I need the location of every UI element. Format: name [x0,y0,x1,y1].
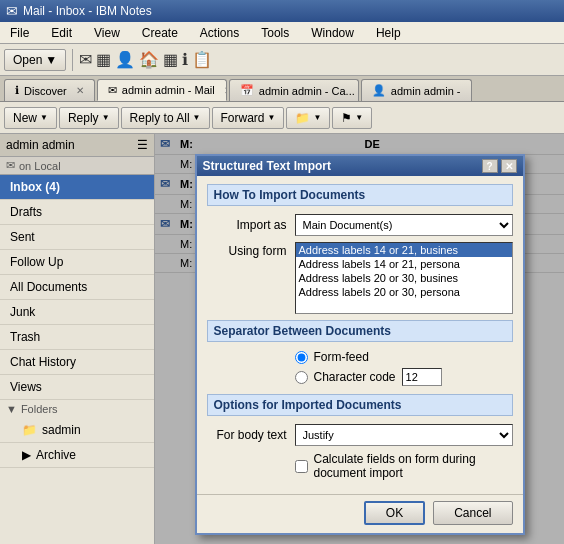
main-layout: admin admin ☰ ✉ on Local Inbox (4) Draft… [0,134,564,544]
reply-to-all-button[interactable]: Reply to All ▼ [121,107,210,129]
folders-collapse-icon: ▼ [6,403,17,415]
import-as-select[interactable]: Main Document(s) Response Document(s) [295,214,513,236]
open-button[interactable]: Open ▼ [4,49,66,71]
tab-discover[interactable]: ℹ Discover ✕ [4,79,95,101]
title-text: Mail - Inbox - IBM Notes [23,4,152,18]
tab-user-icon: 👤 [372,84,386,97]
menu-tools[interactable]: Tools [255,24,295,42]
import-as-label: Import as [207,218,287,232]
sidebar-item-inbox[interactable]: Inbox (4) [0,175,154,200]
reply-to-all-dropdown-icon: ▼ [193,113,201,122]
tab-discover-label: Discover [24,85,67,97]
body-text-control[interactable]: Left Center Right Justify Full [295,424,513,446]
tab-mail-label: admin admin - Mail [122,84,215,96]
forward-button[interactable]: Forward ▼ [212,107,285,129]
archive-label: Archive [36,448,76,462]
dialog-titlebar: Structured Text Import ? ✕ [197,156,523,176]
charcode-input[interactable] [402,368,442,386]
menu-actions[interactable]: Actions [194,24,245,42]
menu-edit[interactable]: Edit [45,24,78,42]
folder-button[interactable]: 📁 ▼ [286,107,330,129]
import-as-row: Import as Main Document(s) Response Docu… [207,214,513,236]
info-icon[interactable]: ℹ [182,50,188,69]
using-form-control: Address labels 14 or 21, busines Address… [295,242,513,314]
sidebar: admin admin ☰ ✉ on Local Inbox (4) Draft… [0,134,155,544]
dialog-controls: ? ✕ [482,159,517,173]
sidebar-section-folders[interactable]: ▼ Folders [0,400,154,418]
listbox-item[interactable]: Address labels 20 or 30, persona [296,285,512,299]
sidebar-item-archive[interactable]: ▶ Archive [0,443,154,468]
structured-text-import-dialog: Structured Text Import ? ✕ How To Import… [195,154,525,535]
listbox-item[interactable]: Address labels 20 or 30, busines [296,271,512,285]
clipboard-icon[interactable]: 📋 [192,50,212,69]
formfeed-radio-row: Form-feed [295,350,513,364]
folder-icon: 📁 [295,111,310,125]
ok-button[interactable]: OK [364,501,425,525]
body-text-label: For body text [207,428,287,442]
menu-create[interactable]: Create [136,24,184,42]
listbox-item[interactable]: Address labels 14 or 21, persona [296,257,512,271]
charcode-radio[interactable] [295,371,308,384]
folder-dropdown-icon: ▼ [313,113,321,122]
sidebar-item-alldocs[interactable]: All Documents [0,275,154,300]
sidebar-item-junk[interactable]: Junk [0,300,154,325]
dialog-close-button[interactable]: ✕ [501,159,517,173]
email-icon[interactable]: ✉ [79,50,92,69]
charcode-label: Character code [314,370,396,384]
sidebar-nav: Inbox (4) Drafts Sent Follow Up All Docu… [0,175,154,544]
tab-bar: ℹ Discover ✕ ✉ admin admin - Mail ✕ 📅 ad… [0,76,564,102]
home-icon[interactable]: 🏠 [139,50,159,69]
new-dropdown-icon: ▼ [40,113,48,122]
body-text-select[interactable]: Left Center Right Justify Full [295,424,513,446]
sidebar-item-followup[interactable]: Follow Up [0,250,154,275]
listbox-item[interactable]: Address labels 14 or 21, busines [296,243,512,257]
new-button[interactable]: New ▼ [4,107,57,129]
calculate-label: Calculate fields on form during document… [314,452,513,480]
reply-label: Reply [68,111,99,125]
import-as-control[interactable]: Main Document(s) Response Document(s) [295,214,513,236]
formfeed-radio[interactable] [295,351,308,364]
menu-file[interactable]: File [4,24,35,42]
sidebar-item-views[interactable]: Views [0,375,154,400]
tab-mail[interactable]: ✉ admin admin - Mail ✕ [97,79,227,101]
section-separator: Separator Between Documents [207,320,513,342]
sidebar-menu-icon[interactable]: ☰ [137,138,148,152]
form-listbox[interactable]: Address labels 14 or 21, busines Address… [295,242,513,314]
sidebar-item-drafts[interactable]: Drafts [0,200,154,225]
tab-user-label: admin admin - [391,85,461,97]
sidebar-location: ✉ on Local [0,157,154,175]
sidebar-item-chathistory[interactable]: Chat History [0,350,154,375]
menu-view[interactable]: View [88,24,126,42]
tab-cal[interactable]: 📅 admin admin - Ca... ✕ [229,79,359,101]
menu-bar: File Edit View Create Actions Tools Wind… [0,22,564,44]
toolbar-separator [72,49,73,71]
cancel-button[interactable]: Cancel [433,501,512,525]
separator-radio-group: Form-feed Character code [295,350,513,386]
toolbar: Open ▼ ✉ ▦ 👤 🏠 ▦ ℹ 📋 [0,44,564,76]
open-dropdown-icon: ▼ [45,53,57,67]
sidebar-item-sent[interactable]: Sent [0,225,154,250]
grid-icon[interactable]: ▦ [96,50,111,69]
new-label: New [13,111,37,125]
content-area: ✉ M: DE M: DE ✉ M: DE M: DE [155,134,564,544]
user-icon[interactable]: 👤 [115,50,135,69]
section-options: Options for Imported Documents [207,394,513,416]
dialog-help-button[interactable]: ? [482,159,498,173]
reply-to-all-label: Reply to All [130,111,190,125]
sidebar-item-sadmin[interactable]: 📁 sadmin [0,418,154,443]
tab-discover-close[interactable]: ✕ [76,85,84,96]
menu-window[interactable]: Window [305,24,360,42]
reply-button[interactable]: Reply ▼ [59,107,119,129]
tab-discover-icon: ℹ [15,84,19,97]
body-text-row: For body text Left Center Right Justify … [207,424,513,446]
flag-button[interactable]: ⚑ ▼ [332,107,372,129]
tab-user[interactable]: 👤 admin admin - [361,79,472,101]
apps-icon[interactable]: ▦ [163,50,178,69]
using-form-label: Using form [207,242,287,258]
calculate-checkbox[interactable] [295,460,308,473]
formfeed-label: Form-feed [314,350,369,364]
tab-mail-close[interactable]: ✕ [224,85,227,96]
sidebar-item-trash[interactable]: Trash [0,325,154,350]
menu-help[interactable]: Help [370,24,407,42]
sadmin-folder-icon: 📁 [22,423,37,437]
